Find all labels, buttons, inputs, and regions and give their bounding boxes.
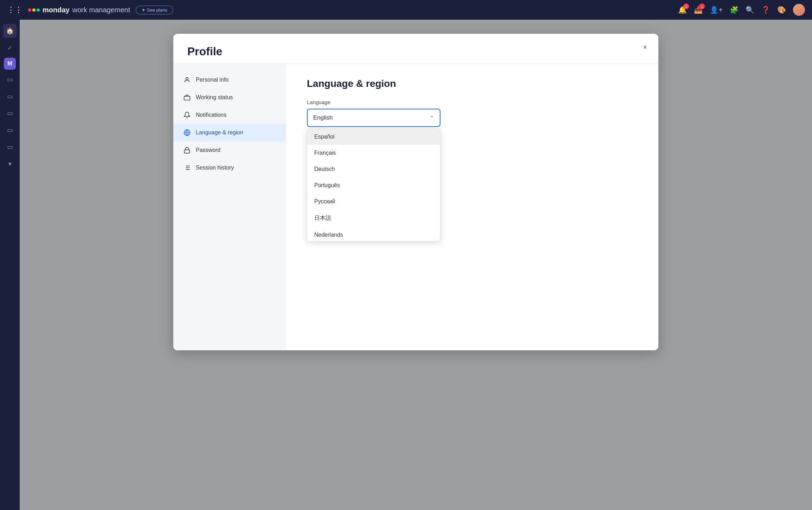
nav-label-password: Password	[196, 147, 220, 153]
monday-logo-dots	[28, 8, 40, 12]
logo-dot-yellow	[32, 8, 36, 12]
modal-header: Profile ×	[173, 34, 658, 64]
apps-icon[interactable]: 🧩	[730, 6, 739, 14]
lock-icon	[183, 146, 191, 154]
nav-label-working-status: Working status	[196, 94, 233, 101]
nav-item-notifications[interactable]: Notifications	[173, 106, 285, 124]
notification-badge: 1	[683, 4, 689, 9]
dropdown-item-japanese[interactable]: 日本語	[307, 210, 440, 227]
topbar-brand-text: monday	[43, 6, 70, 14]
left-sidebar: 🏠 ✓ M ▭ ▭ ▭ ▭ ▭ ▾	[0, 20, 20, 510]
sidebar-item3[interactable]: ▭	[3, 106, 17, 120]
nav-label-notifications: Notifications	[196, 112, 226, 118]
modal-body: Personal info Working status Notificatio…	[173, 64, 658, 350]
notifications-icon[interactable]: 🔔 1	[678, 6, 687, 14]
inbox-icon[interactable]: 📥 1	[694, 6, 703, 14]
dropdown-item-francais[interactable]: Français	[307, 145, 440, 161]
logo-dot-teal	[37, 8, 40, 12]
dropdown-item-espanol[interactable]: Español	[307, 129, 440, 145]
sidebar-home-icon[interactable]: 🏠	[3, 24, 17, 38]
topbar-brand-subtitle: work management	[72, 6, 130, 14]
grid-menu-icon[interactable]: ⋮⋮	[7, 5, 22, 14]
section-title: Language & region	[307, 78, 637, 89]
briefcase-icon	[183, 94, 191, 101]
nav-label-personal-info: Personal info	[196, 77, 228, 83]
nav-item-personal-info[interactable]: Personal info	[173, 71, 285, 89]
inbox-badge: 1	[699, 4, 705, 9]
language-dropdown-container: English ⌃ Español Français Deutsch Portu…	[307, 109, 440, 127]
svg-rect-3	[185, 150, 190, 153]
language-dropdown-list: Español Français Deutsch Português Русск…	[307, 128, 440, 242]
svg-rect-1	[184, 96, 190, 100]
topbar: ⋮⋮ monday work management ✦ See plans 🔔 …	[0, 0, 812, 20]
logo-dot-red	[28, 8, 31, 12]
nav-item-password[interactable]: Password	[173, 141, 285, 159]
language-dropdown-options: Español Français Deutsch Português Русск…	[307, 129, 440, 241]
sidebar-caret[interactable]: ▾	[3, 157, 17, 171]
dropdown-item-portugues[interactable]: Português	[307, 177, 440, 193]
language-dropdown-trigger[interactable]: English ⌃	[307, 109, 440, 127]
help-icon[interactable]: ❓	[761, 6, 770, 14]
language-dropdown-value: English	[313, 114, 333, 121]
nav-item-language-region[interactable]: Language & region	[173, 124, 285, 141]
profile-content: Language & region Language English ⌃ Esp…	[286, 64, 658, 350]
nav-item-working-status[interactable]: Working status	[173, 89, 285, 106]
dropdown-item-dutch[interactable]: Nederlands	[307, 227, 440, 241]
bell-icon	[183, 111, 191, 119]
colorful-icon[interactable]: 🎨	[777, 6, 786, 14]
search-icon[interactable]: 🔍	[746, 6, 754, 14]
nav-label-language-region: Language & region	[196, 129, 243, 136]
profile-nav: Personal info Working status Notificatio…	[173, 64, 286, 350]
see-plans-button[interactable]: ✦ See plans	[136, 6, 173, 14]
topbar-icons: 🔔 1 📥 1 👤+ 🧩 🔍 ❓ 🎨	[678, 4, 805, 16]
globe-icon	[183, 129, 191, 136]
sidebar-m-box[interactable]: M	[4, 58, 16, 70]
list-icon	[183, 164, 191, 172]
sidebar-item2[interactable]: ▭	[3, 89, 17, 103]
profile-modal: Profile × Personal info Worki	[173, 34, 658, 350]
nav-item-session-history[interactable]: Session history	[173, 159, 285, 177]
topbar-logo: monday work management	[28, 6, 130, 14]
chevron-up-icon: ⌃	[430, 115, 434, 121]
sidebar-mywork-icon[interactable]: ✓	[3, 41, 17, 55]
person-icon	[183, 76, 191, 84]
language-label: Language	[307, 99, 637, 105]
invite-icon[interactable]: 👤+	[710, 6, 723, 14]
modal-close-button[interactable]: ×	[639, 41, 651, 53]
dropdown-item-russian[interactable]: Русский	[307, 193, 440, 210]
modal-title: Profile	[187, 45, 644, 58]
sidebar-item5[interactable]: ▭	[3, 140, 17, 154]
nav-label-session-history: Session history	[196, 165, 234, 171]
dropdown-item-deutsch[interactable]: Deutsch	[307, 161, 440, 177]
sidebar-item4[interactable]: ▭	[3, 123, 17, 137]
modal-overlay: Profile × Personal info Worki	[20, 20, 812, 510]
user-avatar[interactable]	[793, 4, 805, 16]
svg-point-0	[186, 77, 188, 80]
sidebar-item1[interactable]: ▭	[3, 72, 17, 87]
